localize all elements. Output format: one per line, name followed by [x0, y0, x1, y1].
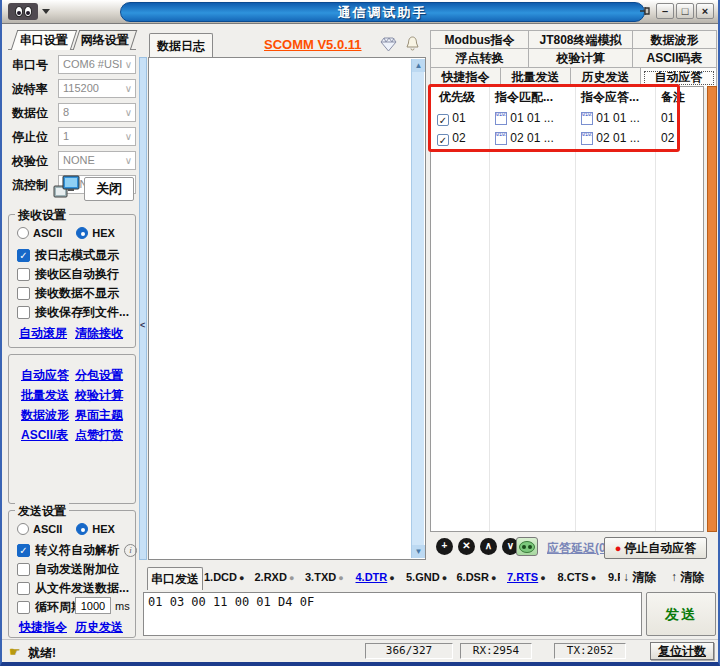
col-note[interactable]: 备注: [661, 89, 685, 106]
answer-delay-link[interactable]: 应答延迟(0: [547, 540, 605, 557]
left-settings-panel: 串口设置 网络设置 串口号 COM6 #USI∨ 波特率 115200∨ 数据位…: [6, 28, 138, 640]
version-link[interactable]: SCOMM V5.0.11: [264, 37, 362, 52]
row-reply: 02 01 ...: [596, 131, 639, 145]
clear-send-button[interactable]: ↑ 清除: [671, 569, 704, 588]
tab-auto-answer[interactable]: 自动应答: [641, 68, 717, 88]
col-match[interactable]: 指令匹配...: [495, 89, 553, 106]
pin-dot-icon: ●: [389, 573, 394, 583]
link-quick-cmds[interactable]: 快捷指令: [19, 619, 67, 636]
pin-dtr-link[interactable]: 4.DTR●: [356, 571, 407, 588]
cycle-period-input[interactable]: [75, 597, 111, 614]
log-scrollbar[interactable]: ▲ ▼: [411, 59, 424, 558]
tab-batch-send[interactable]: 批量发送: [501, 68, 571, 87]
check-label: 接收区自动换行: [35, 266, 119, 283]
baud-select[interactable]: 115200∨: [58, 79, 136, 98]
tab-quick-cmds[interactable]: 快捷指令: [430, 68, 501, 87]
link-auto-answer[interactable]: 自动应答: [21, 367, 69, 384]
tab-network-settings[interactable]: 网络设置: [73, 30, 137, 50]
minimize-button[interactable]: –: [656, 3, 674, 19]
table-row[interactable]: ✓ 02 010101 02 01 ... 010101 02 01 ... 0…: [431, 129, 703, 149]
send-settings-group: 发送设置 ASCII HEX ✓转义符自动解析i 自动发送附加位 从文件发送数据…: [8, 510, 136, 638]
port-select[interactable]: COM6 #USI∨: [58, 55, 136, 74]
row-note: 01: [661, 111, 674, 125]
row-checkbox-icon[interactable]: ✓: [437, 134, 449, 146]
port-label: 串口号: [12, 57, 48, 74]
robot-face-icon[interactable]: [516, 537, 538, 556]
port-close-button[interactable]: 关闭: [84, 177, 134, 201]
link-donate[interactable]: 点赞打赏: [75, 427, 123, 444]
tab-waveform[interactable]: 数据波形: [633, 30, 717, 49]
stopbits-select[interactable]: 1∨: [58, 127, 136, 146]
log-collapse-splitter[interactable]: <: [139, 57, 147, 560]
auto-answer-toolbar: + ✕ ∧ ∨ 应答延迟(0 ●停止自动应答: [430, 536, 717, 562]
move-up-button[interactable]: ∧: [480, 538, 497, 555]
col-priority[interactable]: 优先级: [439, 89, 475, 106]
check-escape-parse[interactable]: ✓转义符自动解析i: [17, 542, 137, 559]
hex-data-icon: 010101: [581, 132, 593, 145]
link-batch-send[interactable]: 批量发送: [21, 387, 69, 404]
send-data-input[interactable]: 01 03 00 11 00 01 D4 0F: [143, 592, 642, 636]
data-log-area[interactable]: ▲ ▼: [148, 57, 426, 560]
app-logo-eyes-icon[interactable]: [8, 3, 38, 20]
pin-rts-link[interactable]: 7.RTS●: [507, 571, 558, 588]
app-menu-arrow-icon[interactable]: [42, 9, 50, 14]
add-rule-button[interactable]: +: [436, 538, 453, 555]
check-send-from-file[interactable]: 从文件发送数据...: [17, 580, 129, 597]
tab-serial-send[interactable]: 串口发送: [147, 567, 203, 590]
radio-recv-hex[interactable]: HEX: [76, 227, 115, 239]
databits-select[interactable]: 8∨: [58, 103, 136, 122]
link-clear-recv[interactable]: 清除接收: [75, 325, 123, 342]
tab-jt808[interactable]: JT808终端模拟: [529, 30, 633, 49]
link-send-history[interactable]: 历史发送: [75, 619, 123, 636]
pin-dot-icon: ●: [540, 573, 545, 583]
tab-serial-settings[interactable]: 串口设置: [11, 30, 77, 50]
row-checkbox-icon[interactable]: ✓: [437, 114, 449, 126]
delete-rule-button[interactable]: ✕: [458, 538, 475, 555]
link-ascii-table[interactable]: ASCII/表: [21, 427, 68, 444]
scroll-up-icon[interactable]: ▲: [412, 59, 425, 72]
bell-icon[interactable]: [404, 36, 421, 55]
radio-send-hex[interactable]: HEX: [76, 523, 115, 535]
tab-send-history[interactable]: 历史发送: [571, 68, 641, 87]
status-bar: ☛ 就绪! 366/327 RX:2954 TX:2052 复位计数: [2, 639, 718, 662]
tab-label: 串口设置: [15, 31, 73, 50]
tab-checksum[interactable]: 校验计算: [529, 49, 633, 68]
pin-icon[interactable]: [636, 3, 654, 19]
rx-counter: RX:2954: [460, 643, 532, 659]
tab-modbus[interactable]: Modbus指令: [430, 30, 529, 49]
check-auto-wrap[interactable]: 接收区自动换行: [17, 266, 119, 283]
field-parity: 校验位 NONE∨: [10, 151, 136, 171]
parity-select[interactable]: NONE∨: [58, 151, 136, 170]
check-label: 转义符自动解析: [35, 542, 119, 559]
check-append-bits[interactable]: 自动发送附加位: [17, 561, 119, 578]
info-icon[interactable]: i: [124, 544, 137, 557]
check-hide-recv[interactable]: 接收数据不显示: [17, 285, 119, 302]
radio-send-ascii[interactable]: ASCII: [17, 523, 62, 535]
link-packet-setup[interactable]: 分包设置: [75, 367, 123, 384]
maximize-button[interactable]: □: [676, 3, 694, 19]
pin-txd: 3.TXD●: [305, 571, 356, 588]
check-save-file[interactable]: 接收保存到文件...: [17, 304, 129, 321]
clear-recv-button[interactable]: ↓ 清除: [623, 569, 656, 588]
close-button[interactable]: ×: [696, 3, 714, 19]
gem-icon[interactable]: [380, 37, 397, 55]
tab-float-convert[interactable]: 浮点转换: [430, 49, 529, 68]
stop-auto-answer-button[interactable]: ●停止自动应答: [604, 537, 707, 559]
check-log-mode[interactable]: ✓按日志模式显示: [17, 247, 119, 264]
col-reply[interactable]: 指令应答...: [581, 89, 639, 106]
link-ui-theme[interactable]: 界面主题: [75, 407, 123, 424]
check-cycle-send[interactable]: 循环周期: [17, 599, 83, 616]
send-button[interactable]: 发送: [646, 592, 716, 636]
table-row[interactable]: ✓ 01 010101 01 01 ... 010101 01 01 ... 0…: [431, 109, 703, 129]
link-waveform[interactable]: 数据波形: [21, 407, 69, 424]
table-scrollbar[interactable]: [707, 86, 717, 532]
link-checksum-calc[interactable]: 校验计算: [75, 387, 123, 404]
monitors-icon[interactable]: [52, 174, 82, 202]
radio-icon: [17, 227, 29, 239]
tab-data-log[interactable]: 数据日志: [149, 33, 213, 58]
scroll-down-icon[interactable]: ▼: [412, 545, 425, 558]
radio-recv-ascii[interactable]: ASCII: [17, 227, 62, 239]
link-auto-scroll[interactable]: 自动滚屏: [19, 325, 67, 342]
reset-counter-button[interactable]: 复位计数: [650, 642, 714, 660]
tab-ascii-table[interactable]: ASCII码表: [633, 49, 717, 68]
